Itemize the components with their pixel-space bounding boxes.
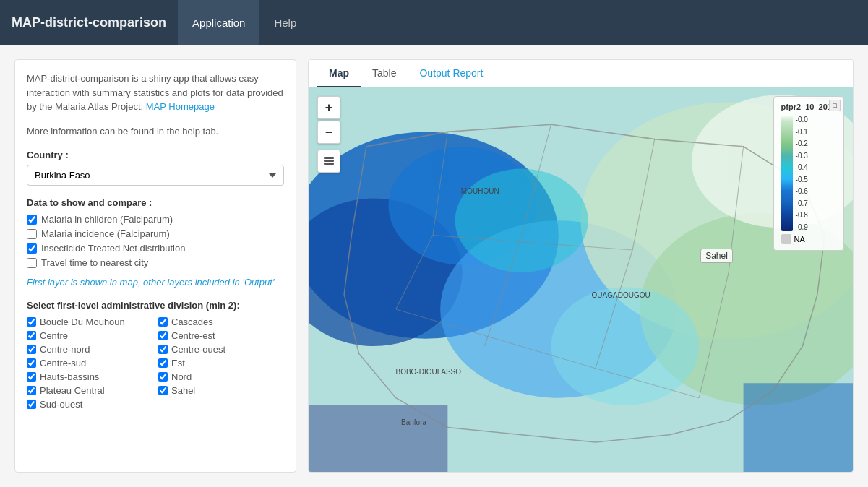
admin-centre-sud-input[interactable] [27,358,36,368]
admin-sahel: Sahel [158,385,284,396]
map-wrapper[interactable]: + − pfpr2_10_2015 □ [309,87,853,472]
admin-section-label: Select first-level administrative divisi… [27,300,284,311]
admin-sud-ouest-input[interactable] [27,400,36,409]
admin-boucle-input[interactable] [27,317,36,327]
admin-centre-input[interactable] [27,331,36,340]
layer-button[interactable] [317,150,340,173]
admin-centre-est: Centre-est [158,330,284,341]
country-select[interactable]: Burkina Faso [27,165,284,186]
data-section-label: Data to show and compare : [27,197,284,208]
admin-centre-ouest: Centre-ouest [158,344,284,355]
admin-boucle: Boucle Du Mouhoun [27,316,152,327]
map-svg [309,87,853,472]
admin-plateau-central: Plateau Central [27,385,152,396]
svg-rect-24 [324,160,334,162]
admin-centre-ouest-input[interactable] [158,345,168,354]
admin-checkboxes: Boucle Du Mouhoun Cascades Centre Centre… [27,316,284,410]
data-checkbox-itn-input[interactable] [27,244,37,254]
admin-plateau-central-input[interactable] [27,386,36,395]
navbar-item-help[interactable]: Help [259,0,311,45]
country-select-wrap: Burkina Faso [27,165,284,186]
legend-na-box [781,234,791,244]
navbar: MAP-district-comparison Application Help [0,0,868,45]
admin-hauts-bassins: Hauts-bassins [27,371,152,382]
admin-nord: Nord [158,371,284,382]
tab-map[interactable]: Map [317,60,361,87]
sidebar-note: First layer is shown in map, other layer… [27,275,284,290]
sidebar: MAP-district-comparison is a shiny app t… [14,59,296,473]
country-label: Country : [27,150,284,160]
svg-rect-25 [324,157,334,159]
legend-labels: -0.0 -0.1 -0.2 -0.3 -0.4 -0.5 -0.6 -0.7 … [796,116,808,231]
data-checkbox-malaria-incidence-input[interactable] [27,229,37,239]
tab-output-report[interactable]: Output Report [408,60,494,87]
admin-centre-est-input[interactable] [158,331,168,340]
admin-sahel-input[interactable] [158,386,168,395]
sidebar-more-info: More information can be found in the hel… [27,124,284,139]
data-checkbox-malaria-incidence: Malaria incidence (Falciparum) [27,228,284,239]
admin-cascades: Cascades [158,316,284,327]
admin-est-input[interactable] [158,358,168,368]
map-area: Map Table Output Report [308,59,854,473]
legend-toggle-button[interactable]: □ [829,100,841,111]
map-controls: + − [317,96,340,173]
tab-bar: Map Table Output Report [309,60,853,87]
admin-est: Est [158,358,284,369]
data-checkbox-travel-time-input[interactable] [27,258,37,268]
svg-rect-23 [324,163,334,165]
admin-centre-sud: Centre-sud [27,358,152,369]
zoom-in-button[interactable]: + [317,96,340,119]
map-legend: pfpr2_10_2015 □ -0.0 -0.1 -0.2 -0.3 -0.4… [773,96,844,251]
data-checkbox-itn: Insecticide Treated Net distribution [27,243,284,254]
main-container: MAP-district-comparison is a shiny app t… [0,45,868,487]
legend-color-bar [781,116,793,231]
legend-bar-wrap: -0.0 -0.1 -0.2 -0.3 -0.4 -0.5 -0.6 -0.7 … [781,116,836,231]
legend-title: pfpr2_10_2015 [781,103,836,111]
admin-nord-input[interactable] [158,372,168,382]
data-checkbox-malaria-children: Malaria in children (Falciparum) [27,214,284,225]
admin-centre: Centre [27,330,152,341]
tab-table[interactable]: Table [361,60,408,87]
navbar-item-application[interactable]: Application [178,0,259,45]
navbar-brand: MAP-district-comparison [12,15,166,30]
sidebar-intro: MAP-district-comparison is a shiny app t… [27,72,284,114]
admin-cascades-input[interactable] [158,317,168,327]
legend-na: NA [781,234,836,244]
admin-centre-nord-input[interactable] [27,345,36,354]
navbar-items: Application Help [178,0,311,45]
svg-rect-11 [744,383,853,472]
svg-point-8 [455,169,588,272]
zoom-out-button[interactable]: − [317,121,340,144]
svg-point-9 [551,287,700,405]
data-checkbox-travel-time: Travel time to nearest city [27,257,284,268]
admin-hauts-bassins-input[interactable] [27,372,36,382]
map-homepage-link[interactable]: MAP Homepage [146,101,215,112]
data-checkbox-malaria-children-input[interactable] [27,215,37,225]
admin-sud-ouest: Sud-ouest [27,399,152,410]
admin-centre-nord: Centre-nord [27,344,152,355]
